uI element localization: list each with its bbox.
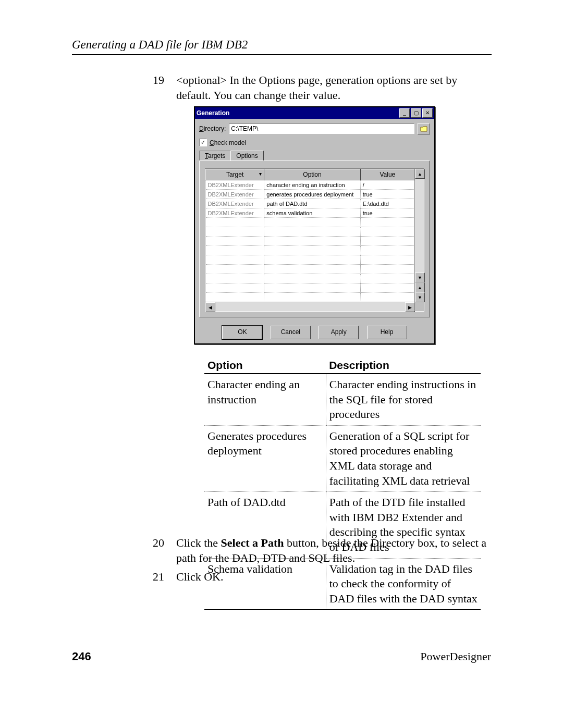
step-20: 20 Click the Select a Path button, besid…: [176, 535, 489, 565]
step-20-text: Click the Select a Path button, beside t…: [176, 536, 486, 564]
vertical-scrollbar[interactable]: ▲ ▼ ▲ ▼: [414, 169, 424, 302]
horizontal-scrollbar[interactable]: ◀ ▶: [205, 302, 415, 311]
scroll-left-icon[interactable]: ◀: [205, 302, 215, 312]
scrollbar-corner: [414, 302, 424, 311]
directory-row: Directory: C:\TEMP\: [199, 123, 430, 134]
dialog-button-row: OK Cancel Apply Help: [199, 326, 430, 339]
step-19-number: 19: [153, 72, 164, 88]
tab-targets[interactable]: Targets: [199, 151, 231, 161]
opt-header-description: Description: [326, 357, 481, 374]
check-model-row[interactable]: ✓ Check model: [199, 139, 430, 146]
check-model-checkbox[interactable]: ✓: [199, 139, 207, 146]
directory-label: Directory:: [199, 125, 226, 132]
help-button[interactable]: Help: [367, 326, 407, 339]
ok-button[interactable]: OK: [222, 326, 262, 339]
check-model-label: Check model: [210, 139, 246, 146]
grid-table: Target Option Value DB2XMLExtendercharac…: [205, 169, 415, 302]
scroll-right-icon[interactable]: ▶: [405, 302, 415, 312]
apply-button[interactable]: Apply: [319, 326, 359, 339]
tab-options[interactable]: Options: [230, 151, 263, 161]
grid-row[interactable]: DB2XMLExtendercharacter ending an instru…: [206, 180, 415, 190]
tab-page-options: Target Option Value DB2XMLExtendercharac…: [199, 161, 430, 317]
col-option[interactable]: Option: [264, 169, 360, 180]
scroll-bottom-icon[interactable]: ▼: [415, 292, 425, 302]
grid-row[interactable]: DB2XMLExtenderpath of DAD.dtdE:\dad.dtd: [206, 199, 415, 208]
col-value[interactable]: Value: [360, 169, 414, 180]
scroll-down-icon[interactable]: ▼: [415, 273, 425, 282]
step-21-number: 21: [153, 569, 164, 584]
title-bar[interactable]: Generation _ ▢ ✕: [195, 107, 434, 119]
maximize-icon[interactable]: ▢: [411, 108, 421, 118]
window-title: Generation: [197, 109, 398, 117]
generation-dialog: Generation _ ▢ ✕ Directory: C:\TEMP\ ✓ C…: [194, 106, 435, 344]
directory-input[interactable]: C:\TEMP\: [229, 124, 414, 134]
page: Generating a DAD file for IBM DB2 19 <op…: [0, 0, 563, 728]
step-19-text: <optional> In the Options page, generati…: [176, 73, 457, 102]
close-icon[interactable]: ✕: [422, 108, 433, 118]
minimize-icon[interactable]: _: [399, 108, 410, 118]
scroll-top-icon[interactable]: ▲: [415, 282, 425, 292]
page-number: 246: [72, 650, 91, 663]
cancel-button[interactable]: Cancel: [271, 326, 311, 339]
grid-row[interactable]: DB2XMLExtenderschema validationtrue: [206, 208, 415, 218]
step-21-text: Click OK.: [176, 570, 223, 583]
step-19: 19 <optional> In the Options page, gener…: [176, 72, 489, 103]
options-grid: Target Option Value DB2XMLExtendercharac…: [205, 168, 424, 312]
step-21: 21 Click OK.: [176, 569, 489, 584]
tab-row: Targets Options: [199, 151, 430, 161]
scroll-up-icon[interactable]: ▲: [415, 169, 425, 179]
product-name: PowerDesigner: [420, 650, 491, 663]
col-target[interactable]: Target: [206, 169, 264, 180]
running-header: Generating a DAD file for IBM DB2: [72, 38, 492, 55]
table-row: Character ending an instructionCharacter…: [204, 374, 481, 425]
table-row: Generates procedures deploymentGeneratio…: [204, 425, 481, 491]
folder-icon: [420, 126, 427, 132]
grid-row[interactable]: DB2XMLExtendergenerates procedures deplo…: [206, 190, 415, 199]
step-20-number: 20: [153, 535, 164, 550]
dialog-body: Directory: C:\TEMP\ ✓ Check model Target…: [195, 119, 434, 343]
opt-header-option: Option: [204, 357, 326, 374]
select-path-button[interactable]: [418, 123, 430, 134]
